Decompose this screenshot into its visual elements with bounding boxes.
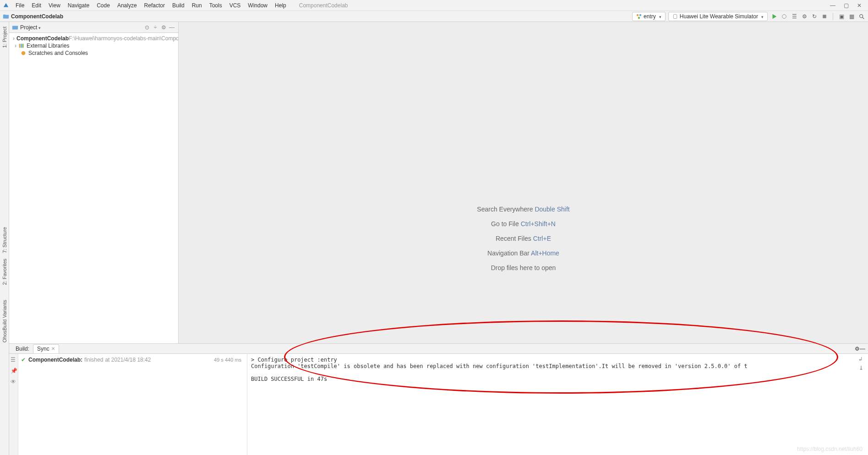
device-label: Huawei Lite Wearable Simulator	[680, 13, 758, 20]
build-task-at: at 2021/4/18 18:42	[105, 357, 151, 363]
svg-point-10	[860, 14, 863, 17]
menu-edit[interactable]: Edit	[28, 1, 45, 10]
svg-point-3	[637, 14, 639, 16]
project-header: Project ⊙ ÷ ⚙ —	[9, 22, 178, 33]
module-dropdown[interactable]: entry	[632, 12, 666, 21]
menu-window[interactable]: Window	[244, 1, 271, 10]
profile-button[interactable]: ⚙	[801, 13, 808, 20]
menu-vcs[interactable]: VCS	[226, 1, 245, 10]
menu-tools[interactable]: Tools	[206, 1, 226, 10]
avd-button[interactable]: ▣	[838, 13, 845, 20]
menu-view[interactable]: View	[45, 1, 64, 10]
build-task-name: ComponentCodelab:	[28, 357, 82, 363]
project-view-title[interactable]: Project	[20, 24, 37, 31]
menu-code[interactable]: Code	[93, 1, 114, 10]
folder-icon	[3, 13, 9, 20]
svg-rect-2	[3, 14, 5, 16]
search-button[interactable]	[858, 13, 865, 20]
hide-icon[interactable]: —	[168, 24, 175, 31]
attach-button[interactable]: ↻	[811, 13, 818, 20]
hint-nav-bar: Navigation Bar Alt+Home	[487, 249, 559, 257]
expand-arrow-icon[interactable]: ›	[13, 43, 18, 49]
settings-icon[interactable]: ⚙	[160, 24, 167, 31]
locate-icon[interactable]: ⊙	[143, 24, 151, 31]
close-icon[interactable]: ✕	[51, 346, 55, 351]
chevron-down-icon	[760, 13, 764, 20]
tree-ext-libs-label: External Libraries	[27, 43, 69, 49]
menu-analyze[interactable]: Analyze	[114, 1, 141, 10]
svg-point-8	[782, 14, 786, 18]
build-panel-tabs: Build: Sync ✕ ⚙ —	[9, 344, 868, 354]
collapse-icon[interactable]: ÷	[152, 24, 159, 31]
hint-search-everywhere: Search Everywhere Double Shift	[477, 206, 569, 213]
menu-bar: File Edit View Navigate Code Analyze Ref…	[0, 0, 868, 11]
check-icon: ✔	[21, 357, 26, 363]
run-config-area: entry Huawei Lite Wearable Simulator ☰ ⚙…	[632, 12, 865, 21]
menu-refactor[interactable]: Refactor	[141, 1, 169, 10]
build-panel: Build: Sync ✕ ⚙ — ☰ 📌 👁 ✔ ComponentCodel…	[9, 343, 868, 455]
maximize-button[interactable]: ▢	[844, 2, 849, 9]
tab-favorites[interactable]: 2: Favorites	[1, 256, 8, 287]
debug-button[interactable]	[781, 13, 788, 20]
hint-goto-file: Go to File Ctrl+Shift+N	[491, 220, 556, 228]
coverage-button[interactable]: ☰	[791, 13, 798, 20]
device-dropdown[interactable]: Huawei Lite Wearable Simulator	[668, 12, 768, 21]
menu-file[interactable]: File	[12, 1, 28, 10]
tree-scratches-label: Scratches and Consoles	[28, 50, 88, 56]
left-tool-gutter: 1: Project 7: Structure 2: Favorites Oho…	[0, 22, 9, 455]
svg-point-4	[639, 14, 642, 16]
hint-drop-files: Drop files here to open	[491, 264, 556, 271]
tab-sync[interactable]: Sync ✕	[33, 344, 59, 353]
module-label: entry	[644, 13, 656, 20]
minimize-button[interactable]: —	[830, 2, 835, 9]
build-task-time: 49 s 440 ms	[214, 357, 244, 363]
svg-point-5	[638, 16, 640, 19]
menu-run[interactable]: Run	[188, 1, 206, 10]
svg-rect-12	[12, 26, 18, 29]
tree-scratches[interactable]: Scratches and Consoles	[9, 49, 178, 57]
tab-ohos-variants[interactable]: OhosBuild Variants	[1, 297, 8, 345]
sdk-button[interactable]: ▦	[848, 13, 855, 20]
svg-marker-0	[4, 3, 9, 7]
build-output[interactable]: > Configure project :entry Configuration…	[247, 354, 868, 455]
stop-button[interactable]	[821, 13, 828, 20]
run-button[interactable]	[770, 13, 778, 20]
menu-help[interactable]: Help	[271, 1, 290, 10]
nav-toolbar: ComponentCodelab entry Huawei Lite Weara…	[0, 11, 868, 22]
tree-root-path: F:\Huawei\harmonyos-codelabs-main\Compon…	[69, 35, 178, 42]
app-title: ComponentCodelab	[299, 2, 348, 9]
window-controls: — ▢ ✕	[830, 2, 862, 9]
build-task-row[interactable]: ✔ ComponentCodelab: finished at 2021/4/1…	[20, 356, 245, 364]
svg-rect-15	[21, 44, 22, 48]
close-button[interactable]: ✕	[857, 2, 862, 9]
build-settings-icon[interactable]: ⚙	[855, 346, 860, 352]
tree-root[interactable]: › ComponentCodelab F:\Huawei\harmonyos-c…	[9, 35, 178, 42]
tree-root-name: ComponentCodelab	[16, 35, 69, 42]
build-task-tree[interactable]: ✔ ComponentCodelab: finished at 2021/4/1…	[18, 354, 247, 455]
view-icon[interactable]: 👁	[11, 379, 17, 385]
tab-structure[interactable]: 7: Structure	[1, 224, 8, 256]
chevron-down-icon[interactable]	[37, 24, 41, 31]
svg-line-11	[863, 17, 864, 19]
tree-external-libs[interactable]: › External Libraries	[9, 42, 178, 49]
expand-arrow-icon[interactable]: ›	[13, 35, 15, 42]
menu-navigate[interactable]: Navigate	[64, 1, 93, 10]
pin-icon[interactable]: 📌	[11, 368, 17, 374]
filter-icon[interactable]: ☰	[11, 357, 17, 363]
menu-build[interactable]: Build	[169, 1, 188, 10]
build-side-toolbar: ☰ 📌 👁	[9, 354, 18, 455]
build-task-status: finished	[84, 357, 103, 363]
svg-rect-14	[19, 44, 21, 48]
svg-rect-16	[22, 44, 24, 48]
scroll-end-icon[interactable]: ⤓	[859, 365, 866, 372]
hint-recent-files: Recent Files Ctrl+E	[496, 235, 551, 242]
tab-project[interactable]: 1: Project	[1, 24, 8, 50]
svg-point-17	[22, 51, 26, 55]
svg-rect-6	[673, 14, 677, 18]
tab-build[interactable]: Build:	[12, 345, 33, 353]
svg-marker-7	[773, 14, 777, 19]
app-logo-icon	[3, 2, 9, 9]
soft-wrap-icon[interactable]: ↲	[859, 356, 866, 363]
build-hide-icon[interactable]: —	[860, 346, 865, 352]
breadcrumb[interactable]: ComponentCodelab	[11, 13, 63, 20]
